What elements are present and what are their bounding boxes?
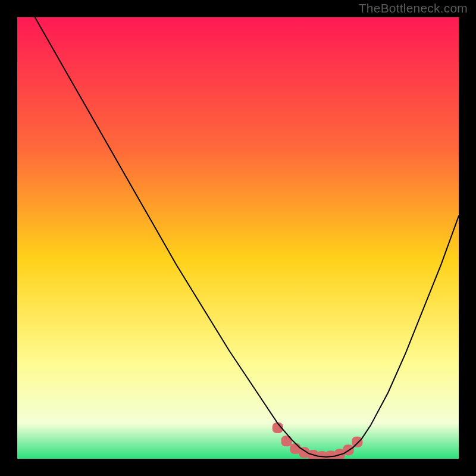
bottleneck-chart: [17, 17, 459, 459]
chart-frame: TheBottleneck.com: [0, 0, 476, 476]
gradient-background: [17, 17, 459, 459]
fit-marker: [352, 437, 362, 447]
watermark-text: TheBottleneck.com: [359, 1, 468, 15]
plot-area: [17, 17, 459, 459]
